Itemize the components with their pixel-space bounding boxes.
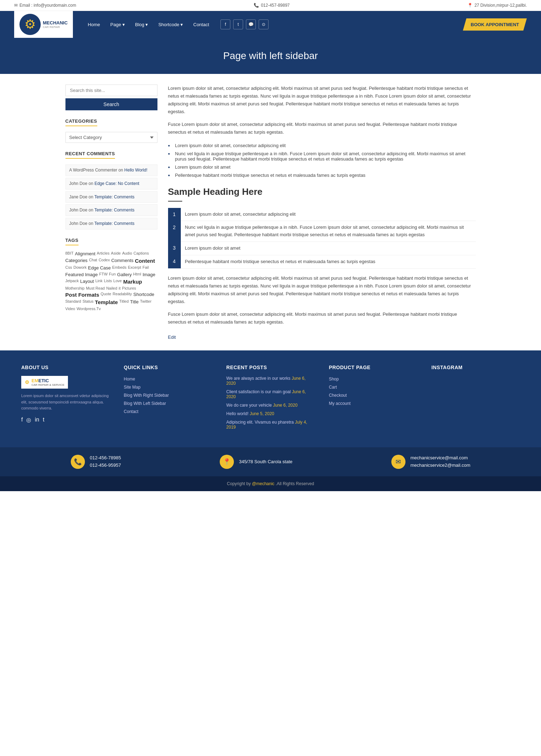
nav-contact[interactable]: Contact bbox=[189, 16, 213, 34]
tag-wordpress-tv[interactable]: Wordpress.Tv bbox=[76, 307, 100, 311]
tag-quote[interactable]: Quote bbox=[100, 292, 111, 298]
edit-link[interactable]: Edit bbox=[168, 335, 176, 340]
tag-8bit[interactable]: 8BIT bbox=[65, 251, 74, 256]
row-text: Nunc vel ligula in augue tristique pelle… bbox=[181, 221, 476, 242]
tag-love[interactable]: Love bbox=[113, 279, 122, 285]
quick-link[interactable]: Home bbox=[124, 377, 135, 382]
search-button[interactable]: Search bbox=[65, 98, 157, 110]
recent-post-link[interactable]: Hello world! bbox=[226, 411, 249, 416]
facebook-icon[interactable]: f bbox=[220, 19, 230, 29]
footer-facebook-icon[interactable]: f bbox=[21, 417, 23, 423]
recent-posts-title: RECENT POSTS bbox=[226, 365, 315, 370]
location-icon: 📍 bbox=[467, 3, 473, 8]
about-desc: Lorem ipsum dolor sit amconsvet vdetur a… bbox=[21, 393, 110, 412]
phone-info: 📞 012-457-89897 bbox=[254, 3, 289, 8]
tag-audio[interactable]: Audio bbox=[122, 251, 132, 256]
tag-fail[interactable]: Fail bbox=[143, 265, 149, 271]
tag-titled[interactable]: Titled bbox=[119, 299, 129, 305]
tag-featured-image[interactable]: Featured Image bbox=[65, 272, 98, 277]
recent-post-link[interactable]: Client satisfaction is our main goal bbox=[226, 389, 291, 394]
tag-standard[interactable]: Standard bbox=[65, 299, 81, 305]
tag-excerpt[interactable]: Excerpt bbox=[128, 265, 141, 271]
tag-lists[interactable]: Lists bbox=[104, 279, 112, 285]
tag-html[interactable]: Html bbox=[133, 272, 141, 277]
navbar: ⚙ MECHANIC CAR REPAIR Home Page ▾ Blog ▾… bbox=[0, 11, 541, 38]
nav-home[interactable]: Home bbox=[84, 16, 104, 34]
tag-embeds[interactable]: Embeds bbox=[112, 265, 126, 271]
tag-template[interactable]: Template bbox=[95, 299, 118, 305]
quick-link[interactable]: Site Map bbox=[124, 385, 140, 390]
nav-shortcode[interactable]: Shortcode ▾ bbox=[154, 16, 187, 34]
logo-text-main: MECHANIC bbox=[43, 20, 68, 25]
tag-alignment[interactable]: Alignment bbox=[75, 251, 96, 256]
twitter-icon[interactable]: t bbox=[233, 19, 243, 29]
tag-articles[interactable]: Articles bbox=[97, 251, 110, 256]
product-link[interactable]: My account bbox=[329, 401, 350, 406]
quick-link[interactable]: Blog With Right Sidebar bbox=[124, 393, 169, 398]
instagram-icon[interactable]: ⊙ bbox=[259, 19, 269, 29]
tag-shortcode[interactable]: Shortcode bbox=[133, 292, 154, 298]
comment-link[interactable]: Hello World! bbox=[124, 168, 147, 173]
quick-link[interactable]: Blog With Left Sidebar bbox=[124, 401, 166, 406]
book-appointment-button[interactable]: BOOK APPOINTMENT bbox=[463, 18, 527, 31]
tag-captions[interactable]: Captions bbox=[133, 251, 149, 256]
comment-link[interactable]: Template: Comments bbox=[94, 208, 134, 213]
quick-links-list: Home Site Map Blog With Right Sidebar Bl… bbox=[124, 376, 212, 414]
recent-post-link[interactable]: We do care your vehicle bbox=[226, 403, 272, 408]
hero-banner: Page with left sidebar bbox=[0, 38, 541, 74]
tag-mothership[interactable]: Mothership bbox=[65, 286, 85, 290]
tag-chat[interactable]: Chat bbox=[89, 258, 97, 264]
copyright-link[interactable]: @mechanic bbox=[252, 481, 275, 486]
tag-gallery[interactable]: Gallery bbox=[117, 272, 132, 277]
tag-comments[interactable]: Comments bbox=[111, 258, 133, 264]
tag-layout[interactable]: Layout bbox=[80, 279, 94, 285]
product-link[interactable]: Shop bbox=[329, 377, 339, 382]
categories-select[interactable]: Select Category bbox=[65, 132, 157, 143]
tag-codex[interactable]: Codex bbox=[99, 258, 110, 264]
footer-linkedin-icon[interactable]: in bbox=[35, 417, 39, 423]
recent-post-link[interactable]: Adipiscing elit. Vivamus eu pharetra bbox=[226, 420, 294, 425]
tag-content[interactable]: Content bbox=[135, 258, 155, 264]
tag-jetpack[interactable]: Jetpack bbox=[65, 279, 79, 285]
list-item: Nunc vel ligula in augue tristique pelle… bbox=[168, 150, 476, 163]
tag-nailed[interactable]: Nailed bbox=[106, 286, 117, 290]
recent-post-link[interactable]: We are always active in our works bbox=[226, 376, 290, 381]
nav-page[interactable]: Page ▾ bbox=[106, 16, 129, 34]
tag-it[interactable]: it bbox=[119, 286, 121, 290]
footer-about: ABOUT US ⚙ EMETIC CAR REPAIR & SERVICE L… bbox=[21, 365, 110, 433]
tag-css[interactable]: Css bbox=[65, 265, 72, 271]
search-input[interactable] bbox=[65, 85, 157, 96]
tag-link[interactable]: Link bbox=[95, 279, 102, 285]
tag-status[interactable]: Status bbox=[82, 299, 93, 305]
product-link[interactable]: Cart bbox=[329, 385, 337, 390]
tag-pictures[interactable]: Pictures bbox=[122, 286, 136, 290]
gear-icon: ⚙ bbox=[24, 17, 36, 32]
email-icon: ✉ bbox=[14, 3, 18, 8]
product-link[interactable]: Checkout bbox=[329, 393, 347, 398]
footer-instagram-icon[interactable]: ◎ bbox=[26, 417, 31, 423]
tag-readability[interactable]: Readability bbox=[113, 292, 132, 298]
comment-item: Jane Doe on Template: Comments bbox=[65, 191, 157, 203]
comment-item: John Doe on Template: Comments bbox=[65, 218, 157, 229]
chat-icon[interactable]: 💬 bbox=[246, 19, 256, 29]
comment-link[interactable]: Template: Comments bbox=[94, 221, 134, 226]
tag-ftw[interactable]: FTW bbox=[99, 272, 108, 277]
tag-must-read[interactable]: Must Read bbox=[86, 286, 105, 290]
tag-post-formats[interactable]: Post Formats bbox=[65, 292, 99, 298]
tag-categories[interactable]: Categories bbox=[65, 258, 88, 264]
tag-twitter[interactable]: Twitter bbox=[140, 299, 151, 305]
comment-link[interactable]: Edge Case: No Content bbox=[94, 181, 139, 186]
comment-link[interactable]: Template: Comments bbox=[94, 194, 134, 199]
tag-title[interactable]: Title bbox=[130, 299, 139, 305]
tag-edge-case[interactable]: Edge Case bbox=[88, 265, 111, 271]
tag-image[interactable]: Image bbox=[143, 272, 155, 277]
tag-fun[interactable]: Fun bbox=[109, 272, 116, 277]
tag-markup[interactable]: Markup bbox=[123, 279, 142, 285]
tag-dowork[interactable]: Dowork bbox=[73, 265, 86, 271]
tag-video[interactable]: Video bbox=[65, 307, 75, 311]
quick-link[interactable]: Contact bbox=[124, 409, 138, 414]
nav-blog[interactable]: Blog ▾ bbox=[131, 16, 152, 34]
tag-aside[interactable]: Aside bbox=[111, 251, 121, 256]
comment-item: A WordPress Commenter on Hello World! bbox=[65, 164, 157, 176]
footer-twitter-icon[interactable]: t bbox=[43, 417, 44, 423]
